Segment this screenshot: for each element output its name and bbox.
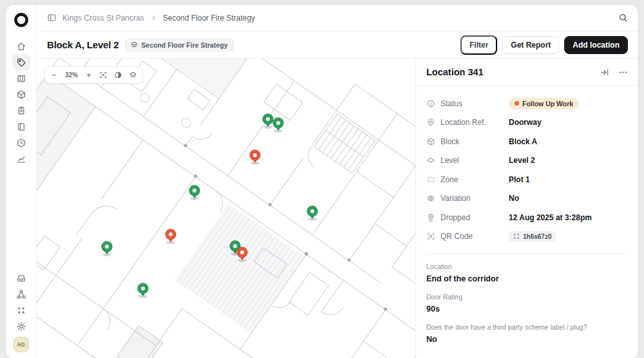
field-row-level: Level Level 2 <box>426 151 628 171</box>
avatar[interactable]: AG <box>14 337 29 352</box>
field-value-dropped: 12 Aug 2025 at 3:28pm <box>509 213 592 222</box>
map-pin-complete[interactable] <box>138 283 149 298</box>
field-value-zone: Plot 1 <box>509 175 530 184</box>
section-label-door-rating: Door Rating <box>426 293 628 301</box>
chevron-right-icon <box>150 14 157 21</box>
pins-layer <box>37 59 415 358</box>
inbox-icon <box>16 273 26 283</box>
breadcrumb-project[interactable]: Kings Cross St Pancras <box>62 14 144 23</box>
field-value-level: Level 2 <box>509 156 535 165</box>
qr-mini-icon <box>513 233 520 240</box>
app-logo <box>14 12 29 30</box>
fit-view-icon[interactable] <box>96 68 110 82</box>
section-value-location: End of the corridor <box>426 274 628 283</box>
field-row-zone: Zone Plot 1 <box>426 170 628 189</box>
field-row-location-ref: Location Ref. Doorway <box>426 113 628 133</box>
map-pin-complete[interactable] <box>189 185 200 200</box>
field-value-location-ref: Doorway <box>509 118 542 127</box>
clipboard-icon <box>16 106 26 116</box>
map-pin-complete[interactable] <box>102 241 113 256</box>
pin-drop-icon <box>426 213 435 222</box>
sidebar-item-history[interactable] <box>12 135 30 151</box>
share-nodes-icon <box>16 289 26 299</box>
section-label-location: Location <box>426 263 628 270</box>
status-dot <box>515 101 519 106</box>
map-pin-follow_up[interactable] <box>166 229 176 244</box>
tag-icon <box>16 57 26 68</box>
section-third-party-label: Does the door have a third party scheme … <box>426 323 628 344</box>
zoom-level: 32% <box>61 71 82 79</box>
field-label-qr-code: QR Code <box>440 232 473 241</box>
field-label-status: Status <box>440 99 462 108</box>
eye-icon <box>426 194 435 203</box>
field-label-dropped: Dropped <box>440 213 470 222</box>
section-location: Location End of the corridor <box>426 263 628 283</box>
field-label-block: Block <box>440 137 459 146</box>
field-row-block: Block Block A <box>426 132 628 151</box>
sidebar-item-apps[interactable] <box>12 302 30 318</box>
map-pin-icon <box>426 118 435 127</box>
sidebar-item-settings[interactable] <box>12 318 30 334</box>
layers-icon[interactable] <box>126 68 140 82</box>
clock-icon <box>16 138 26 148</box>
main-area: Kings Cross St Pancras Second Floor Fire… <box>37 5 638 358</box>
gear-icon <box>16 321 26 332</box>
breadcrumb-plan[interactable]: Second Floor Fire Strategy <box>163 14 255 23</box>
page-title: Block A, Level 2 <box>47 39 118 50</box>
field-label-location-ref: Location Ref. <box>440 118 486 127</box>
map-toolbar: − 32% + <box>44 66 143 84</box>
section-door-rating: Door Rating 90s <box>426 293 628 314</box>
home-icon <box>16 41 26 52</box>
sidebar-item-documents[interactable] <box>12 118 30 135</box>
app-window: AG Kings Cross St Pancras Second Floor F… <box>5 4 639 358</box>
cube-icon <box>16 90 26 100</box>
plan-toolbar: Block A, Level 2 Second Floor Fire Strat… <box>37 32 638 59</box>
sidebar-item-home[interactable] <box>12 38 30 54</box>
sidebar-item-maps[interactable] <box>12 70 30 86</box>
location-title: Location 341 <box>426 67 484 77</box>
qr-code-badge[interactable]: 1h6s67z0 <box>509 231 556 242</box>
top-header: Kings Cross St Pancras Second Floor Fire… <box>37 5 638 32</box>
section-label-third-party: Does the door have a third party scheme … <box>426 323 628 331</box>
get-report-button[interactable]: Get Report <box>502 36 559 54</box>
status-value: Follow Up Work <box>522 100 573 108</box>
panel-header: Location 341 <box>416 59 638 86</box>
cube-icon <box>426 137 435 146</box>
contrast-icon[interactable] <box>111 68 125 82</box>
field-row-dropped: Dropped 12 Aug 2025 at 3:28pm <box>426 208 628 227</box>
sidebar-item-assets[interactable] <box>12 86 30 102</box>
field-row-status: Status Follow Up Work <box>426 94 628 113</box>
status-badge: Follow Up Work <box>509 98 579 109</box>
map-pin-complete[interactable] <box>307 206 318 221</box>
field-value-block: Block A <box>509 137 537 146</box>
sidebar-item-locations[interactable] <box>12 54 30 70</box>
field-label-level: Level <box>440 156 459 165</box>
sidebar-item-integrations[interactable] <box>12 286 30 302</box>
apps-grid-icon <box>16 305 26 316</box>
filter-button[interactable]: Filter <box>460 35 497 55</box>
sidebar-item-inspections[interactable] <box>12 102 30 118</box>
field-row-qr-code: QR Code 1h6s67z0 <box>426 227 628 247</box>
map-pin-complete[interactable] <box>263 114 274 129</box>
sidebar-item-analytics[interactable] <box>12 151 30 167</box>
field-value-variation: No <box>509 194 519 203</box>
sidebar-item-inbox[interactable] <box>12 270 30 286</box>
zoom-in-button[interactable]: + <box>82 68 95 82</box>
collapse-panel-icon[interactable] <box>600 68 609 77</box>
map-pin-follow_up[interactable] <box>250 150 261 165</box>
map-pin-follow_up[interactable] <box>237 247 248 262</box>
plan-badge: Second Floor Fire Strategy <box>125 39 233 52</box>
plan-badge-label: Second Floor Fire Strategy <box>141 41 227 49</box>
zone-icon <box>426 175 435 184</box>
add-location-button[interactable]: Add location <box>564 36 628 54</box>
more-options-icon[interactable] <box>618 68 628 77</box>
search-icon[interactable] <box>618 13 628 23</box>
floorplan-canvas[interactable]: − 32% + <box>37 59 415 358</box>
panel-body: Status Follow Up Work Location Ref. Door… <box>416 86 638 358</box>
panel-toggle-icon[interactable] <box>47 13 57 23</box>
zoom-out-button[interactable]: − <box>48 68 61 82</box>
field-label-variation: Variation <box>440 194 470 203</box>
map-pin-complete[interactable] <box>273 118 284 133</box>
sidebar: AG <box>6 5 37 358</box>
field-label-zone: Zone <box>440 175 458 184</box>
